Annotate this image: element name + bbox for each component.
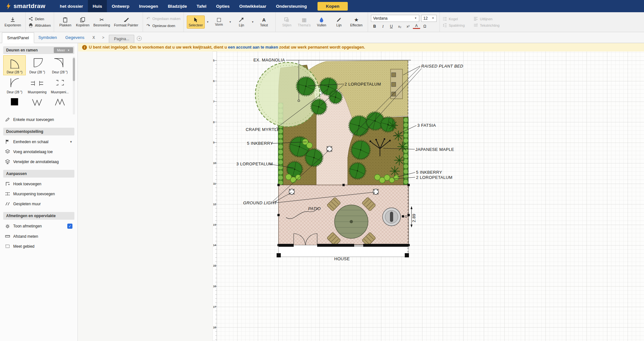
cut-button[interactable]: ✂ Besnoeiing <box>92 16 112 28</box>
units-and-scale[interactable]: Eenheden en schaal ▼ <box>0 137 78 147</box>
shape-tool-button[interactable]: Vorm <box>211 17 227 28</box>
symbol-door-3[interactable]: Deur (28 ") <box>49 55 71 75</box>
font-size-select[interactable]: 12▼ <box>421 15 437 22</box>
tab-pagina[interactable]: Pagina... <box>109 35 134 43</box>
effects-button[interactable]: ★ Effecten <box>348 16 365 28</box>
add-page-button[interactable]: + <box>137 36 142 41</box>
copy-button[interactable]: Kopiëren <box>74 16 91 28</box>
label-house[interactable]: HOUSE <box>334 256 350 261</box>
hedge-shrub[interactable] <box>403 169 408 174</box>
hedge-shrub[interactable] <box>403 180 408 184</box>
hedge-shrub[interactable] <box>403 118 408 123</box>
more-button[interactable]: Meer▼ <box>54 47 73 53</box>
shrub-symbol[interactable] <box>389 178 394 183</box>
align-button[interactable]: Uitlijnen <box>474 17 499 21</box>
hedge-shrub[interactable] <box>403 143 408 148</box>
menu-bladzijde[interactable]: Bladzijde <box>163 0 192 12</box>
fern-symbol[interactable] <box>394 155 404 165</box>
print-button[interactable]: Afdrukken <box>29 23 51 27</box>
tab-smartpanel[interactable]: SmartPanel <box>2 32 34 43</box>
font-color-button[interactable]: A <box>413 23 420 29</box>
spacing-button[interactable]: Spatiëring <box>443 23 465 27</box>
hedge-shrub[interactable] <box>403 123 408 128</box>
bold-button[interactable]: B <box>371 23 378 30</box>
page-nav-arrow[interactable]: > <box>99 35 106 43</box>
add-corner[interactable]: Hoek toevoegen <box>0 179 78 189</box>
show-dimensions-checkbox[interactable]: ✓ <box>67 224 72 229</box>
paste-button[interactable]: Plakken <box>57 16 74 28</box>
fire-pit[interactable] <box>383 208 401 226</box>
fern-symbol[interactable] <box>398 142 407 152</box>
hedge-shrub[interactable] <box>403 159 408 164</box>
label-5-inkberry-right[interactable]: 5 INKBERRY <box>416 170 442 175</box>
remove-annotation-layer[interactable]: Verwijder de annotatielaag <box>0 157 78 167</box>
hedge-shrub[interactable] <box>278 155 283 160</box>
format-painter-button[interactable]: Formaat Painter <box>112 16 140 28</box>
bullet-list-button[interactable]: Kogel <box>443 17 465 21</box>
text-tool-button[interactable]: A Tekst <box>256 16 272 28</box>
italic-button[interactable]: I <box>379 23 387 30</box>
redo-button[interactable]: ↷ Opnieuw doen <box>146 23 180 28</box>
drawing-area[interactable]: 56789101112131415161718 <box>78 51 644 341</box>
tab-gegevens[interactable]: Gegevens <box>61 32 89 43</box>
label-patio[interactable]: PATIO <box>308 206 321 211</box>
menu-ondersteuning[interactable]: Ondersteuning <box>271 0 312 12</box>
hedge-shrub[interactable] <box>403 133 408 138</box>
fern-symbol[interactable] <box>388 121 398 130</box>
hedge-shrub[interactable] <box>403 164 408 169</box>
select-tool-button[interactable]: Selecteer <box>187 15 205 29</box>
label-2-loropetalum[interactable]: 2 LOROPETALUM <box>345 82 381 87</box>
symbol-door-2[interactable]: Deur (28 ") <box>26 55 48 75</box>
menu-invoegen[interactable]: Invoegen <box>134 0 163 12</box>
label-ground-light[interactable]: GROUND LIGHT <box>243 200 277 205</box>
symbol-zigzag-w[interactable] <box>26 95 48 113</box>
shrub-symbol[interactable] <box>290 177 296 183</box>
styles-button[interactable]: Stijlen <box>279 16 295 28</box>
shrub-symbol[interactable] <box>384 175 390 180</box>
line-style-button[interactable]: Lijn <box>331 16 347 28</box>
menu-opties[interactable]: Opties <box>211 0 234 12</box>
add-wall-opening[interactable]: Muuropening toevoegen <box>0 189 78 199</box>
text-direction-button[interactable]: Tekstrichting <box>474 23 499 27</box>
label-5-inkberry-left[interactable]: 5 INKBERRY <box>247 141 273 146</box>
themes-button[interactable]: ▦ Thema's <box>296 16 313 28</box>
fern-symbol[interactable] <box>390 166 400 176</box>
symbol-wall-opening-2[interactable]: Muuropeni... <box>49 75 71 95</box>
hedge-shrub[interactable] <box>278 150 283 154</box>
menu-het-dossier[interactable]: het dossier <box>55 0 88 12</box>
label-japanese-maple[interactable]: JAPANESE MAPLE <box>415 147 454 152</box>
symbol-scrollbar-thumb[interactable] <box>73 58 75 81</box>
kopen-button[interactable]: Kopen <box>317 2 348 11</box>
add-single-wall[interactable]: Enkele muur toevoegen <box>0 115 78 124</box>
menu-tafel[interactable]: Tafel <box>192 0 211 12</box>
magnolia-canopy[interactable] <box>255 62 320 127</box>
label-2-loropetalum-right[interactable]: 2 LOROPETALUM <box>416 175 452 180</box>
hedge-shrub[interactable] <box>403 154 408 159</box>
hedge-shrub[interactable] <box>278 134 283 139</box>
smartdraw-logo[interactable]: smartdraw <box>0 0 55 12</box>
raised-plant-bed-shape[interactable] <box>391 69 402 99</box>
hedge-shrub[interactable] <box>278 144 283 149</box>
line-tool-caret[interactable]: ▼ <box>251 21 255 23</box>
select-tool-caret[interactable]: ▼ <box>205 21 210 23</box>
panel-close-button[interactable]: X <box>89 32 99 43</box>
ground-light-symbol[interactable] <box>327 146 332 152</box>
tab-symbolen[interactable]: Symbolen <box>34 32 61 43</box>
ground-light-symbol[interactable] <box>373 189 379 195</box>
ground-light-symbol[interactable] <box>289 189 295 195</box>
symbol-door-4[interactable]: Deur (28 ") <box>3 75 26 95</box>
menu-ontwikkelaar[interactable]: Ontwikkelaar <box>234 0 271 12</box>
menu-huis[interactable]: Huis <box>88 0 107 12</box>
label-raised-plant-bed[interactable]: RAISED PLANT BED <box>421 64 463 69</box>
superscript-button[interactable]: x² <box>404 23 412 30</box>
shrub-symbol[interactable] <box>296 175 301 180</box>
show-dimensions[interactable]: Toon afmetingen ✓ <box>0 221 78 231</box>
label-3-loropetalum[interactable]: 3 LOROPETALUM <box>236 161 273 166</box>
symbol-scrollbar-track[interactable] <box>73 57 75 115</box>
share-button[interactable]: Delen <box>29 17 51 21</box>
hedge-shrub[interactable] <box>278 160 283 165</box>
symbol-zigzag-m[interactable] <box>49 95 71 113</box>
symbol-solid-wall[interactable] <box>3 95 26 113</box>
shrub-symbol[interactable] <box>307 143 312 148</box>
undo-button[interactable]: ↶ Ongedaan maken <box>146 16 180 21</box>
